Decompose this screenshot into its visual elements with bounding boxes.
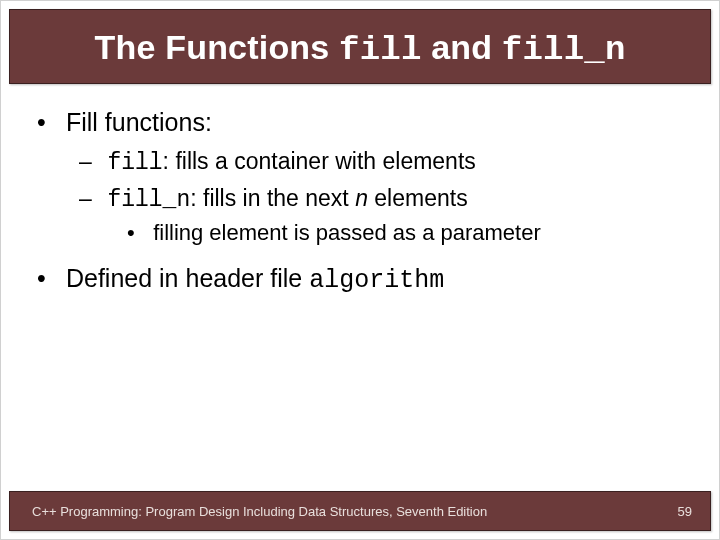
bullet-text: Fill functions: bbox=[66, 108, 212, 136]
sublist: fill: fills a container with elements fi… bbox=[37, 146, 683, 248]
title-code-fill: fill bbox=[339, 31, 421, 69]
list-item: filling element is passed as a parameter bbox=[129, 218, 683, 248]
title-mid: and bbox=[422, 28, 502, 66]
bullet-list: Fill functions: fill: fills a container … bbox=[37, 106, 683, 297]
footer-bar: C++ Programming: Program Design Includin… bbox=[9, 491, 711, 531]
slide-title: The Functions fill and fill_n bbox=[22, 28, 698, 69]
bullet-text: Defined in header file bbox=[66, 264, 309, 292]
list-item: Defined in header file algorithm bbox=[37, 262, 683, 298]
subsublist: filling element is passed as a parameter bbox=[83, 218, 683, 248]
bullet-text: : fills a container with elements bbox=[163, 148, 476, 174]
slide-body: Fill functions: fill: fills a container … bbox=[1, 84, 719, 297]
slide: The Functions fill and fill_n Fill funct… bbox=[0, 0, 720, 540]
footer-text: C++ Programming: Program Design Includin… bbox=[32, 504, 487, 519]
bullet-text: : fills in the next bbox=[190, 185, 355, 211]
list-item: fill_n: fills in the next n elements fil… bbox=[83, 183, 683, 248]
code-algorithm: algorithm bbox=[309, 266, 444, 295]
list-item: fill: fills a container with elements bbox=[83, 146, 683, 179]
title-bar: The Functions fill and fill_n bbox=[9, 9, 711, 84]
code-fill: fill bbox=[107, 150, 162, 176]
page-number: 59 bbox=[678, 504, 692, 519]
title-code-filln: fill_n bbox=[502, 31, 626, 69]
list-item: Fill functions: fill: fills a container … bbox=[37, 106, 683, 248]
code-filln: fill_n bbox=[107, 187, 190, 213]
title-prefix: The Functions bbox=[95, 28, 340, 66]
bullet-text: filling element is passed as a parameter bbox=[153, 220, 541, 245]
bullet-text: elements bbox=[368, 185, 468, 211]
italic-n: n bbox=[355, 185, 368, 211]
